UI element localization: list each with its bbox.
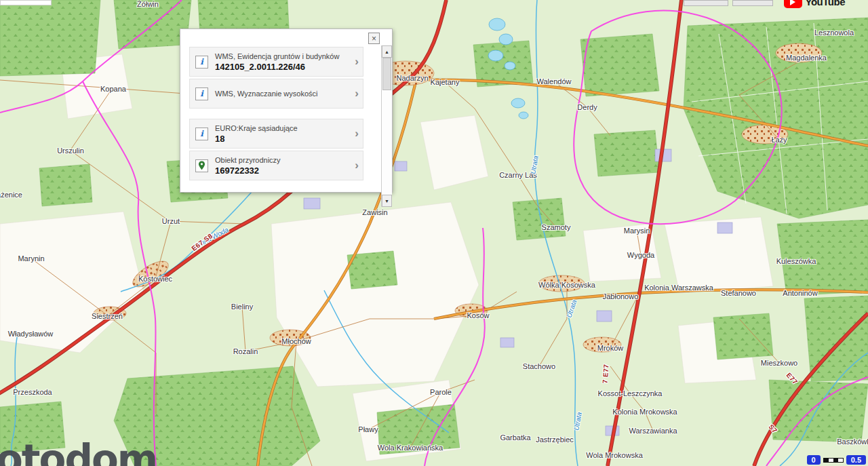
cropped-ui-fragment	[732, 0, 773, 6]
info-results-panel: × i WMS, Ewidencja gruntów i budynków 14…	[180, 28, 393, 193]
result-value: 142105_2.0011.226/46	[215, 62, 351, 72]
info-icon: i	[195, 128, 208, 140]
result-item[interactable]: i EURO:Kraje sąsiadujące 18 ›	[189, 119, 363, 149]
cropped-ui-fragment	[684, 0, 728, 6]
cropped-ui-fragment	[0, 0, 52, 5]
chevron-right-icon: ›	[355, 87, 359, 100]
result-value: 169722332	[215, 166, 351, 176]
scrollbar[interactable]: ▲ ▼	[381, 45, 392, 207]
chevron-right-icon: ›	[355, 159, 359, 172]
result-value: 18	[215, 134, 351, 144]
result-item[interactable]: i WMS, Ewidencja gruntów i budynków 1421…	[189, 47, 363, 77]
chevron-right-icon: ›	[355, 55, 359, 69]
result-item[interactable]: i WMS, Wyznaczanie wysokości ›	[189, 79, 363, 109]
map-view[interactable]: ŻółwinKopanaUrszulinażeniceMaryninUrzutK…	[0, 0, 868, 466]
result-title: EURO:Kraje sąsiadujące	[215, 124, 351, 132]
result-item[interactable]: Obiekt przyrodniczy 169722332 ›	[189, 151, 363, 180]
map-canvas	[0, 0, 868, 466]
result-title: WMS, Ewidencja gruntów i budynków	[215, 52, 351, 60]
chevron-right-icon: ›	[355, 127, 359, 140]
info-icon: i	[195, 88, 208, 100]
scale-ruler	[823, 458, 844, 463]
scroll-down-button[interactable]: ▼	[382, 195, 392, 207]
watermark-otodom: otodom	[0, 436, 157, 466]
info-icon: i	[195, 56, 208, 69]
close-button[interactable]: ×	[368, 33, 380, 44]
scale-max-label: 0.5	[846, 455, 866, 465]
scrollbar-thumb[interactable]	[382, 58, 391, 90]
scale-min-label: 0	[807, 455, 821, 465]
result-title: WMS, Wyznaczanie wysokości	[215, 90, 351, 98]
marker-icon	[195, 159, 208, 172]
scale-bar: 0 0.5	[807, 455, 866, 465]
result-title: Obiekt przyrodniczy	[215, 156, 351, 164]
youtube-logo-text: YouTube	[806, 0, 845, 7]
youtube-logo: YouTube	[784, 0, 845, 8]
scroll-up-button[interactable]: ▲	[382, 45, 392, 58]
youtube-play-icon	[784, 0, 802, 8]
result-list: i WMS, Ewidencja gruntów i budynków 1421…	[189, 47, 363, 182]
